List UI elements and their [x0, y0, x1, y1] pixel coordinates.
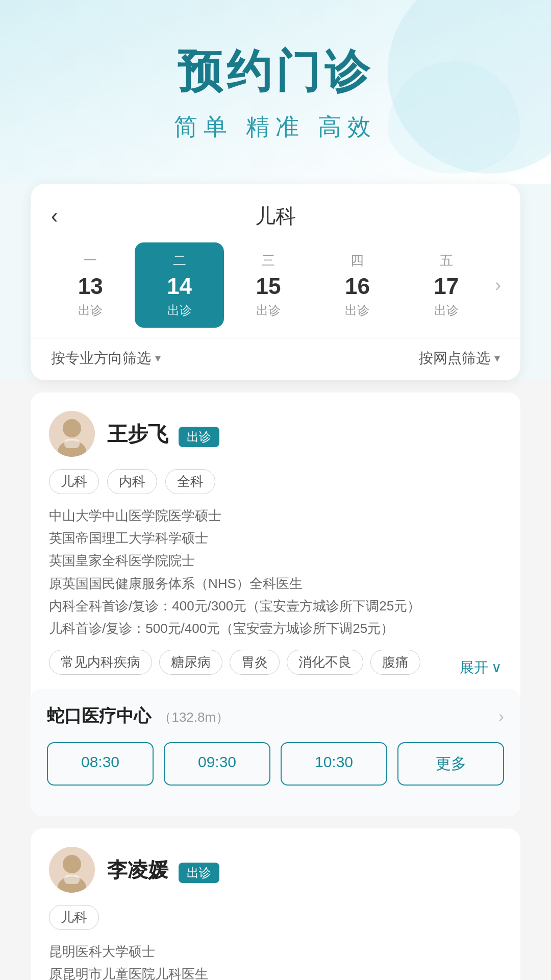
clinic-distance: （132.8m）: [158, 709, 229, 725]
location-filter-label: 按网点筛选: [419, 349, 490, 368]
clinic-header: 蛇口医疗中心 （132.8m） ›: [47, 704, 504, 728]
specialty-filter-arrow-icon: ▾: [155, 352, 161, 365]
doctor-status-badge-li: 出诊: [179, 863, 219, 883]
calendar-day-15[interactable]: 三 15 出诊: [224, 242, 313, 328]
specialty-filter-label: 按专业方向筛选: [51, 349, 151, 368]
status-13: 出诊: [78, 302, 103, 318]
svg-rect-3: [64, 439, 80, 448]
doctors-section: 王步飞 出诊 儿科 内科 全科 中山大学中山医学院医学硕士英国帝国理工大学科学硕…: [0, 380, 551, 980]
doctor-name-li: 李凌媛: [107, 859, 168, 881]
time-slot-more[interactable]: 更多: [397, 742, 504, 786]
specialty-tag-3: 胃炎: [230, 650, 280, 675]
specialty-filter-button[interactable]: 按专业方向筛选 ▾: [51, 349, 161, 368]
hero-title: 预约门诊: [178, 41, 373, 102]
clinic-detail-arrow-icon[interactable]: ›: [498, 707, 504, 726]
expand-icon: ∨: [491, 659, 502, 676]
specialty-tag-5: 腹痛: [370, 650, 420, 675]
status-15: 出诊: [256, 302, 281, 318]
svg-rect-7: [64, 875, 80, 884]
doctor-tags-li: 儿科: [49, 905, 502, 930]
location-filter-arrow-icon: ▾: [494, 352, 500, 365]
doctor-name-status-li: 李凌媛 出诊: [107, 856, 219, 884]
specialty-tags-wang: 常见内科疾病 糖尿病 胃炎 消化不良 腹痛: [49, 650, 420, 675]
doctor-card-wang: 王步飞 出诊 儿科 内科 全科 中山大学中山医学院医学硕士英国帝国理工大学科学硕…: [31, 393, 520, 816]
doctor-header-wang: 王步飞 出诊: [49, 411, 502, 457]
tag-internal: 内科: [107, 469, 157, 494]
calendar: 一 13 出诊 二 14 出诊 三 15 出诊 四 16 出诊: [31, 242, 520, 338]
specialty-tag-1: 常见内科疾病: [49, 650, 152, 675]
tag-general: 全科: [165, 469, 215, 494]
doctor-name-wang: 王步飞: [107, 423, 168, 445]
hero-subtitle: 简单 精准 高效: [174, 111, 377, 143]
weekday-4: 四: [350, 252, 364, 270]
doctor-desc-li: 昆明医科大学硕士原昆明市儿童医院儿科医生: [49, 940, 502, 980]
date-17: 17: [434, 274, 459, 299]
calendar-day-13[interactable]: 一 13 出诊: [46, 242, 135, 328]
expand-button-wang[interactable]: 展开 ∨: [460, 658, 502, 677]
calendar-days-row: 一 13 出诊 二 14 出诊 三 15 出诊 四 16 出诊: [46, 242, 505, 328]
weekday-3: 三: [262, 252, 275, 270]
doctor-desc-wang: 中山大学中山医学院医学硕士英国帝国理工大学科学硕士英国皇家全科医学院院士原英国国…: [49, 504, 502, 640]
tag-pediatrics: 儿科: [49, 469, 99, 494]
doctor-avatar-wang: [49, 411, 95, 457]
doctor-name-status: 王步飞 出诊: [107, 420, 219, 448]
date-16: 16: [345, 274, 370, 299]
doctor-header-li: 李凌媛 出诊: [49, 847, 502, 893]
expand-label: 展开: [460, 658, 488, 677]
calendar-next-arrow[interactable]: ›: [491, 275, 505, 296]
time-slot-1030[interactable]: 10:30: [281, 742, 387, 786]
hero-section: 预约门诊 简单 精准 高效: [0, 0, 551, 184]
date-15: 15: [256, 274, 281, 299]
calendar-day-17[interactable]: 五 17 出诊: [402, 242, 491, 328]
specialty-row-wang: 常见内科疾病 糖尿病 胃炎 消化不良 腹痛 展开 ∨: [49, 650, 502, 685]
calendar-day-16[interactable]: 四 16 出诊: [313, 242, 402, 328]
svg-point-5: [63, 855, 81, 873]
main-card: ‹ 儿科 一 13 出诊 二 14 出诊 三 15 出诊: [31, 184, 520, 380]
tag-li-pediatrics: 儿科: [49, 905, 99, 930]
date-14: 14: [167, 274, 192, 299]
location-filter-button[interactable]: 按网点筛选 ▾: [419, 349, 500, 368]
doctor-tags-wang: 儿科 内科 全科: [49, 469, 502, 494]
date-13: 13: [78, 274, 103, 299]
weekday-5: 五: [440, 252, 453, 270]
status-17: 出诊: [434, 302, 459, 318]
svg-point-1: [63, 419, 81, 437]
calendar-day-14[interactable]: 二 14 出诊: [135, 242, 223, 328]
page-title: 儿科: [255, 202, 296, 230]
specialty-tag-4: 消化不良: [287, 650, 363, 675]
specialty-tag-2: 糖尿病: [159, 650, 222, 675]
clinic-booking-wang: 蛇口医疗中心 （132.8m） › 08:30 09:30 10:30 更多: [31, 689, 520, 816]
status-14: 出诊: [167, 302, 192, 318]
time-slots: 08:30 09:30 10:30 更多: [47, 742, 504, 801]
filter-bar: 按专业方向筛选 ▾ 按网点筛选 ▾: [31, 338, 520, 380]
page-header: ‹ 儿科: [31, 184, 520, 242]
clinic-name-dist: 蛇口医疗中心 （132.8m）: [47, 704, 229, 728]
time-slot-0930[interactable]: 09:30: [164, 742, 270, 786]
back-button[interactable]: ‹: [51, 205, 58, 228]
doctor-card-li: 李凌媛 出诊 儿科 昆明医科大学硕士原昆明市儿童医院儿科医生: [31, 828, 520, 980]
doctor-avatar-li: [49, 847, 95, 893]
doctor-status-badge-wang: 出诊: [179, 427, 219, 447]
weekday-2: 二: [173, 252, 186, 270]
clinic-name: 蛇口医疗中心: [47, 706, 151, 725]
weekday-1: 一: [84, 252, 97, 270]
time-slot-0830[interactable]: 08:30: [47, 742, 154, 786]
status-16: 出诊: [345, 302, 369, 318]
